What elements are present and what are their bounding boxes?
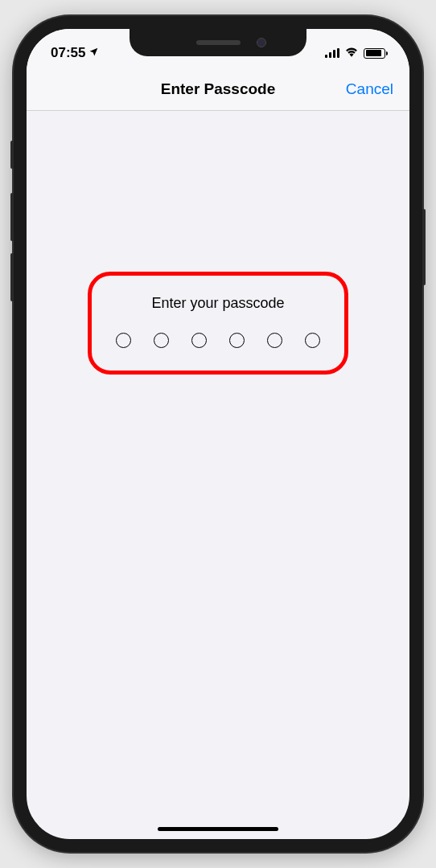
nav-bar: Enter Passcode Cancel (27, 68, 409, 111)
battery-fill (366, 50, 382, 56)
status-right (325, 46, 385, 60)
front-camera (257, 38, 266, 47)
passcode-field[interactable] (116, 333, 320, 348)
passcode-prompt: Enter your passcode (151, 295, 284, 312)
home-indicator[interactable] (158, 827, 278, 831)
battery-icon (364, 48, 385, 59)
wifi-icon (344, 46, 359, 60)
cellular-signal-icon (325, 48, 339, 58)
content-area: Enter your passcode (27, 111, 409, 375)
passcode-dot (154, 333, 169, 348)
screen: 07:55 Enter Passcode Cancel (27, 29, 409, 839)
passcode-dot (116, 333, 131, 348)
volume-up-button (10, 193, 14, 241)
status-left: 07:55 (51, 45, 99, 61)
volume-down-button (10, 253, 14, 301)
page-title: Enter Passcode (161, 80, 276, 98)
status-time: 07:55 (51, 45, 85, 61)
silence-switch (10, 141, 14, 169)
passcode-dot (229, 333, 245, 348)
passcode-dot (267, 333, 282, 348)
power-button (422, 209, 426, 285)
passcode-dot (191, 333, 207, 348)
phone-frame: 07:55 Enter Passcode Cancel (14, 16, 422, 852)
notch (130, 29, 306, 56)
cancel-button[interactable]: Cancel (346, 80, 393, 98)
passcode-dot (305, 333, 320, 348)
speaker (196, 40, 241, 45)
passcode-annotation-highlight: Enter your passcode (88, 272, 348, 375)
location-icon (88, 45, 99, 61)
